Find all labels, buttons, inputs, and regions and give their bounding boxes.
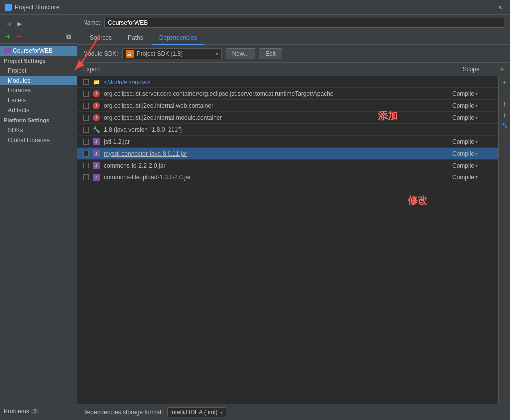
dep-actions: + − ↑ ↓ ✎ [498,76,510,404]
table-row[interactable]: J mysql-connector-java-8.0.11.jar Compil… [77,148,498,160]
sidebar-item-project[interactable]: Project [0,66,77,76]
copy-module-button[interactable]: ⧉ [64,32,73,41]
problems-badge: 3 [31,409,39,414]
row-checkbox[interactable] [83,103,89,109]
project-settings-header: Project Settings [0,56,77,66]
scope-arrow: ▾ [475,103,478,108]
problems-label: Problems [4,408,29,415]
sidebar-module-item[interactable]: CourseforWEB [0,46,77,56]
sidebar-item-global-libraries[interactable]: Global Libraries [0,135,77,145]
add-module-button[interactable]: + [4,32,13,41]
tabs-bar: Sources Paths Dependencies [77,31,510,45]
storage-format-arrow: ▾ [220,410,223,415]
row-checkbox[interactable] [83,127,89,133]
title-bar-title: Project Structure [15,4,59,11]
row-checkbox[interactable] [83,115,89,121]
add-dependency-button[interactable]: + [500,65,504,74]
scope-arrow: ▾ [475,174,478,180]
dep-scope[interactable]: Compile ▾ [452,114,492,121]
sidebar-item-sdks[interactable]: SDKs [0,125,77,135]
sidebar-item-libraries[interactable]: Libraries [0,85,77,95]
move-up-button[interactable]: ↑ [500,99,510,109]
tab-sources[interactable]: Sources [83,31,119,45]
row-checkbox[interactable] [83,79,89,85]
dep-name: mysql-connector-java-8.0.11.jar [104,150,448,157]
table-row[interactable]: ! org.eclipse.jst.j2ee.internal.web.cont… [77,100,498,112]
tab-dependencies[interactable]: Dependencies [152,31,204,45]
sidebar-item-facets[interactable]: Facets [0,95,77,105]
table-row[interactable]: ! org.eclipse.jst.server.core.container/… [77,88,498,100]
dep-scope[interactable]: Compile ▾ [452,102,492,109]
sdk-dropdown-arrow: ▾ [216,51,218,57]
main-layout: ◄ ► + − ⧉ CourseforWEB Project Settings … [0,15,510,420]
sdk-bar: Module SDK: ☕ Project SDK (1.8) ▾ New...… [77,45,510,63]
table-row[interactable]: J commons-io-2.2-2.0.jar Compile ▾ [77,160,498,171]
sdk-select[interactable]: ☕ Project SDK (1.8) ▾ [122,48,222,59]
scope-arrow: ▾ [475,151,478,156]
add-dep-action-button[interactable]: + [500,77,510,87]
nav-arrows: ◄ ► [0,17,77,30]
error-icon: ! [93,102,100,109]
row-checkbox[interactable] [83,91,89,97]
new-sdk-button[interactable]: New... [226,48,255,59]
forward-arrow[interactable]: ► [15,19,25,28]
title-bar-left: Project Structure [5,4,59,11]
table-row[interactable]: 📁 <Module source> [77,76,498,88]
scope-arrow: ▾ [475,139,478,144]
storage-format-select[interactable]: IntelliJ IDEA (.iml) ▾ [167,407,227,417]
dependencies-area: Export Scope + 📁 <Module source> [77,63,510,404]
dep-name: 1.8 (java version "1.8.0_211") [104,126,492,133]
edit-dep-button[interactable]: ✎ [500,121,510,131]
dep-name: org.eclipse.jst.server.core.container/or… [104,90,448,97]
table-row[interactable]: J jstl-1.2.jar Compile ▾ [77,136,498,148]
scope-arrow: ▾ [475,115,478,120]
back-arrow[interactable]: ◄ [4,19,14,28]
folder-icon: 📁 [93,79,100,85]
tab-paths[interactable]: Paths [121,31,150,45]
dep-scope[interactable]: Compile ▾ [452,90,492,97]
row-checkbox[interactable] [83,139,89,145]
remove-dep-action-button[interactable]: − [500,88,510,98]
dep-scope[interactable]: Compile ▾ [452,162,492,169]
table-row[interactable]: ! org.eclipse.jst.j2ee.internal.module.c… [77,112,498,124]
sidebar-toolbar: + − ⧉ [0,30,77,44]
dep-name: jstl-1.2.jar [104,138,448,145]
sidebar-item-modules[interactable]: Modules [0,76,77,85]
problems-item[interactable]: Problems 3 [0,405,77,418]
sdk-icon: 🔧 [93,126,100,133]
error-icon: ! [93,90,100,97]
scope-header: Scope [463,66,480,73]
dep-scope[interactable]: Compile ▾ [452,138,492,145]
sdk-value: Project SDK (1.8) [137,50,213,57]
dependencies-table: 📁 <Module source> ! org.eclipse.jst.serv… [77,76,498,404]
platform-settings-header: Platform Settings [0,115,77,125]
remove-module-button[interactable]: − [15,32,24,41]
export-header: Export [83,66,463,73]
module-name: CourseforWEB [13,47,53,54]
jar-icon: J [93,138,100,145]
bottom-bar: Dependencies storage format: IntelliJ ID… [77,404,510,420]
dep-name: commons-fileupload-1.3.1-2.0.jar [104,174,448,181]
row-checkbox[interactable] [83,151,89,157]
title-bar: Project Structure × [0,0,510,15]
table-row[interactable]: J commons-fileupload-1.3.1-2.0.jar Compi… [77,171,498,183]
jar-icon: J [93,162,100,169]
dep-name: org.eclipse.jst.j2ee.internal.module.con… [104,114,448,121]
dep-content-row: 📁 <Module source> ! org.eclipse.jst.serv… [77,76,510,404]
row-checkbox[interactable] [83,174,89,180]
dep-scope[interactable]: Compile ▾ [452,174,492,181]
edit-sdk-button[interactable]: Edit [259,48,282,59]
move-down-button[interactable]: ↓ [500,110,510,120]
row-checkbox[interactable] [83,163,89,168]
name-bar: Name: [77,15,510,31]
storage-format-label: Dependencies storage format: [83,409,163,416]
dep-scope[interactable]: Compile ▾ [452,150,492,157]
close-button[interactable]: × [495,2,505,12]
scope-arrow: ▾ [475,163,478,168]
name-input[interactable] [104,18,504,28]
error-icon: ! [93,114,100,121]
sidebar-item-artifacts[interactable]: Artifacts [0,105,77,115]
jar-icon: J [93,174,100,181]
table-row[interactable]: 🔧 1.8 (java version "1.8.0_211") [77,124,498,136]
dependencies-header: Export Scope + [77,63,510,76]
